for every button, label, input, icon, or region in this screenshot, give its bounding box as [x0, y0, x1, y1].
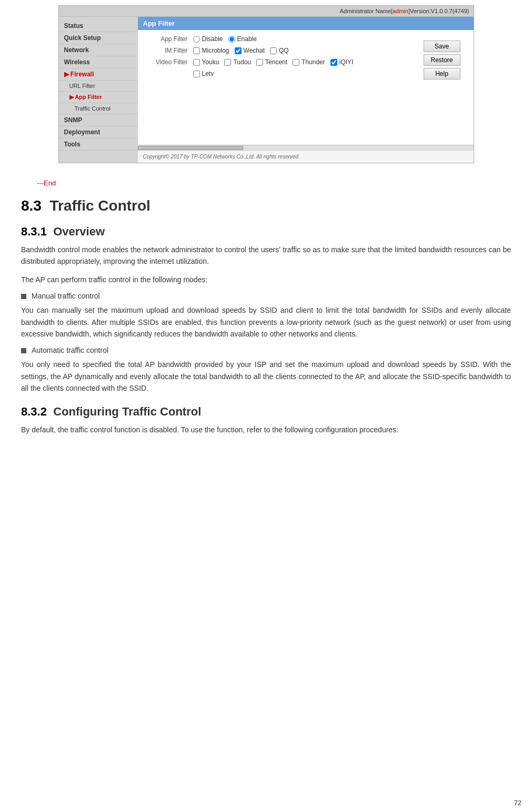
admin-text: Administrator Name[ — [340, 8, 393, 14]
app-filter-label: App Filter — [146, 35, 193, 43]
video-filter-label: Video Filter — [146, 58, 193, 66]
tencent-checkbox[interactable] — [256, 59, 263, 66]
restore-button[interactable]: Restore — [424, 54, 460, 66]
section-83-title: Traffic Control — [50, 197, 150, 214]
section-831-body1: Bandwidth control mode enables the netwo… — [21, 244, 511, 268]
section-832-num: 8.3.2 — [21, 405, 47, 418]
section-83-num: 8.3 — [21, 197, 42, 214]
letv-checkbox[interactable] — [193, 71, 200, 77]
scrollbar[interactable] — [138, 145, 474, 150]
screenshot-area: Administrator Name[admin]Version:V1.0.0.… — [0, 0, 532, 163]
youku-checkbox[interactable] — [193, 59, 200, 66]
sidebar-item-traffic-control[interactable]: Traffic Control — [59, 103, 138, 114]
app-filter-row: App Filter Disable Enable — [146, 35, 466, 43]
save-button[interactable]: Save — [424, 41, 460, 52]
scrollbar-thumb[interactable] — [138, 146, 243, 150]
microblog-label[interactable]: Microblog — [193, 47, 229, 54]
content-body-inner: Save Restore Help App Filter Disable — [146, 35, 466, 140]
letv-row: Letv — [146, 70, 466, 77]
tencent-label[interactable]: Tencent — [256, 58, 287, 66]
video-filter-controls: Youku Tudou Tencent — [193, 58, 354, 66]
router-ui: Administrator Name[admin]Version:V1.0.0.… — [58, 5, 474, 163]
youku-label[interactable]: Youku — [193, 58, 219, 66]
help-button[interactable]: Help — [424, 68, 460, 80]
sidebar-item-wireless[interactable]: Wireless — [59, 56, 138, 68]
microblog-checkbox[interactable] — [193, 47, 200, 54]
sidebar: Status Quick Setup Network Wireless ▶ Fi… — [59, 17, 138, 163]
bullet-automatic-text: Automatic traffic control — [32, 346, 108, 354]
end-marker: ---End — [37, 179, 511, 187]
content-body: Save Restore Help App Filter Disable — [138, 30, 474, 145]
sidebar-item-status[interactable]: Status — [59, 20, 138, 32]
admin-link[interactable]: admin — [393, 8, 408, 14]
router-footer: Copyright© 2017 by TP-COM Networks Co.,L… — [138, 150, 474, 163]
bullet-manual-text: Manual traffic control — [32, 292, 100, 300]
wechat-label[interactable]: Wechat — [235, 47, 265, 54]
content-header: App Filter — [138, 17, 474, 30]
main-content: App Filter Save Restore Help App Filter — [138, 17, 474, 163]
video-filter-row: Video Filter Youku Tudou — [146, 58, 466, 66]
sidebar-item-deployment[interactable]: Deployment — [59, 126, 138, 138]
sidebar-item-firewall[interactable]: ▶ Firewall — [59, 68, 138, 81]
app-filter-enable-label[interactable]: Enable — [228, 35, 257, 43]
app-filter-disable-radio[interactable] — [193, 36, 200, 43]
admin-rest: ]Version:V1.0.0.7(4749) — [408, 8, 469, 14]
app-filter-enable-radio[interactable] — [228, 36, 235, 43]
sidebar-item-network[interactable]: Network — [59, 44, 138, 56]
bullet-automatic: Automatic traffic control — [21, 346, 511, 354]
section-832-title: Configuring Traffic Control — [53, 405, 201, 418]
spacer — [146, 82, 466, 124]
document-area: ---End 8.3 Traffic Control 8.3.1 Overvie… — [0, 163, 532, 463]
section-831-body3: You can manually set the maximum upload … — [21, 304, 511, 340]
im-filter-controls: Microblog Wechat QQ — [193, 47, 289, 54]
im-filter-label: IM Filter — [146, 47, 193, 54]
sidebar-item-app-filter[interactable]: ▶ App Filter — [59, 92, 138, 103]
wechat-checkbox[interactable] — [235, 47, 242, 54]
sidebar-item-url-filter[interactable]: URL Filter — [59, 81, 138, 92]
bullet-square-1 — [21, 294, 26, 299]
sidebar-item-snmp[interactable]: SNMP — [59, 114, 138, 126]
app-filter-controls: Disable Enable — [193, 35, 257, 43]
iqiyi-label[interactable]: iQIYI — [330, 58, 354, 66]
section-831-body4: You only need to specified the total AP … — [21, 359, 511, 394]
bullet-manual: Manual traffic control — [21, 292, 511, 300]
sidebar-item-tools[interactable]: Tools — [59, 138, 138, 151]
tudou-label[interactable]: Tudou — [224, 58, 251, 66]
qq-label[interactable]: QQ — [270, 47, 289, 54]
section-83-heading: 8.3 Traffic Control — [21, 197, 511, 214]
iqiyi-checkbox[interactable] — [330, 59, 337, 66]
section-832-heading: 8.3.2 Configuring Traffic Control — [21, 405, 511, 419]
thunder-checkbox[interactable] — [293, 59, 299, 66]
im-filter-row: IM Filter Microblog Wechat — [146, 47, 466, 54]
bullet-square-2 — [21, 348, 26, 353]
section-831-title: Overview — [53, 225, 105, 238]
section-831-num: 8.3.1 — [21, 225, 47, 238]
letv-label[interactable]: Letv — [193, 70, 214, 77]
qq-checkbox[interactable] — [270, 47, 277, 54]
sidebar-item-quick-setup[interactable]: Quick Setup — [59, 32, 138, 44]
router-body: Status Quick Setup Network Wireless ▶ Fi… — [59, 17, 474, 163]
page-number: 72 — [514, 799, 521, 807]
tudou-checkbox[interactable] — [224, 59, 231, 66]
thunder-label[interactable]: Thunder — [293, 58, 325, 66]
letv-controls: Letv — [193, 70, 214, 77]
section-831-heading: 8.3.1 Overview — [21, 225, 511, 239]
app-filter-disable-label[interactable]: Disable — [193, 35, 223, 43]
section-831-body2: The AP can perform traffic control in th… — [21, 274, 511, 285]
section-832-body1: By default, the traffic control function… — [21, 424, 511, 435]
router-header: Administrator Name[admin]Version:V1.0.0.… — [59, 6, 474, 17]
button-area: Save Restore Help — [424, 41, 460, 80]
